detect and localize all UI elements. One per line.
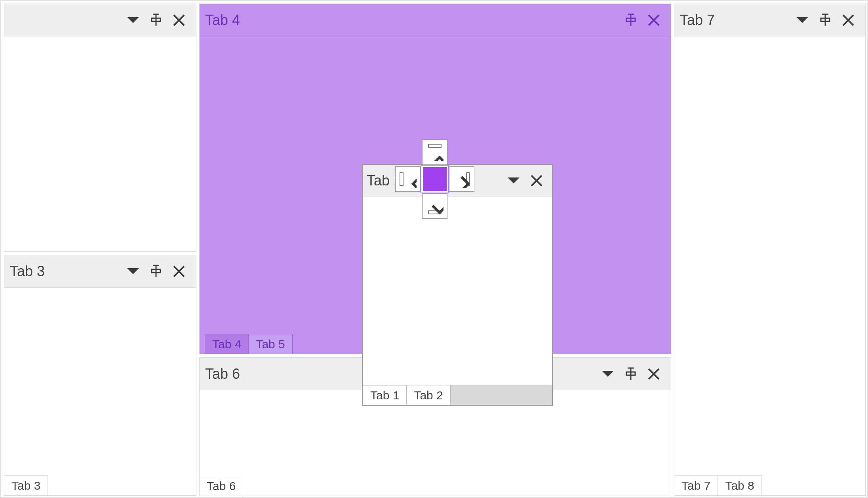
pin-button[interactable] [814,9,837,32]
footer-tab[interactable]: Tab 7 [674,475,718,495]
panel-footer: Tab 6 [200,476,671,496]
panel-body [674,36,865,495]
panel-body [363,197,552,385]
pin-button[interactable] [619,363,642,385]
dropdown-button[interactable] [791,9,814,32]
panel-header[interactable]: Tab 7 [674,4,865,36]
panel-body [4,288,196,495]
floating-panel[interactable]: Tab 1 Tab 1 Tab 2 [362,164,553,406]
panel-header[interactable] [4,4,196,36]
panel-header[interactable]: Tab 3 [4,255,196,288]
footer-tab[interactable]: Tab 3 [4,475,48,495]
footer-tab[interactable]: Tab 2 [407,385,450,405]
dock-target-up[interactable] [422,139,447,165]
panel-title: Tab 3 [10,263,122,280]
panel-footer: Tab 1 Tab 2 [363,385,552,405]
close-button[interactable] [642,9,665,32]
dropdown-button[interactable] [122,9,145,32]
close-button[interactable] [642,363,665,385]
footer-tab[interactable]: Tab 6 [200,476,243,496]
dropdown-button[interactable] [122,260,145,283]
panel-left-top [4,4,196,252]
footer-tab-active[interactable]: Tab 4 [205,334,249,354]
svg-rect-1 [400,173,403,185]
panel-footer: Tab 3 [4,475,196,495]
close-button[interactable] [168,9,190,32]
panel-body [4,36,196,251]
pin-button[interactable] [145,260,168,283]
svg-rect-0 [428,144,441,147]
panel-title: Tab 7 [680,12,791,29]
dropdown-button[interactable] [596,363,619,385]
close-button[interactable] [837,9,860,32]
pin-button[interactable] [145,9,168,32]
close-button[interactable] [168,260,190,283]
dock-target-left[interactable] [395,166,421,192]
dock-target-down[interactable] [422,193,447,219]
footer-tab[interactable]: Tab 1 [363,385,407,405]
footer-tab[interactable]: Tab 8 [718,475,761,495]
panel-left-bottom: Tab 3 Tab 3 [4,255,196,496]
panel-header[interactable]: Tab 4 [200,4,671,36]
footer-tab[interactable]: Tab 5 [248,334,292,354]
panel-title: Tab 4 [205,12,619,29]
dropdown-button[interactable] [502,169,525,192]
dock-target-center[interactable] [421,166,448,193]
panel-right: Tab 7 Tab 7 Tab 8 [674,4,866,496]
close-button[interactable] [525,169,548,192]
pin-button[interactable] [619,9,642,32]
dock-target-right[interactable] [449,166,474,192]
panel-footer: Tab 7 Tab 8 [674,475,865,495]
